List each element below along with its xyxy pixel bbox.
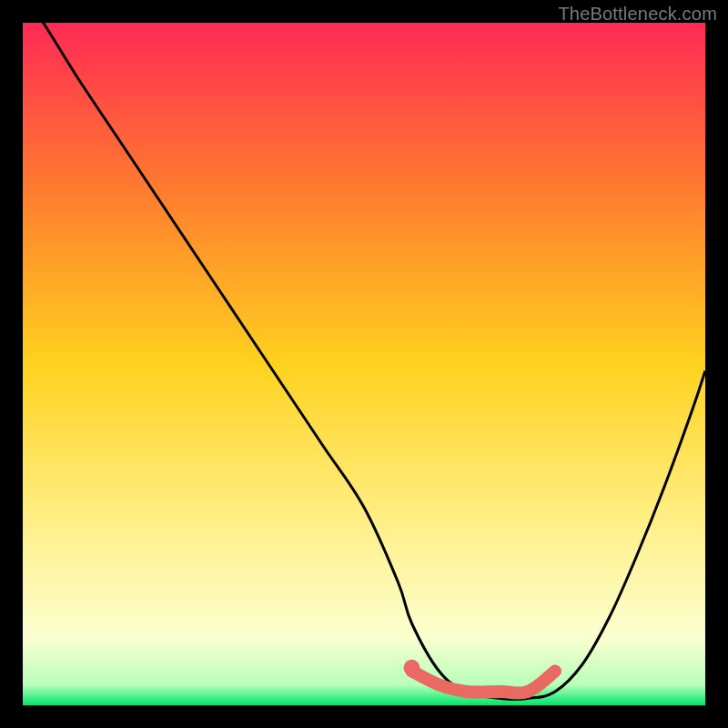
chart-stage: TheBottleneck.com — [0, 0, 728, 728]
gradient-background — [23, 23, 705, 705]
highlight-dot — [404, 660, 420, 676]
watermark-text: TheBottleneck.com — [558, 4, 717, 25]
chart-svg — [23, 23, 705, 705]
plot-area — [23, 23, 705, 705]
